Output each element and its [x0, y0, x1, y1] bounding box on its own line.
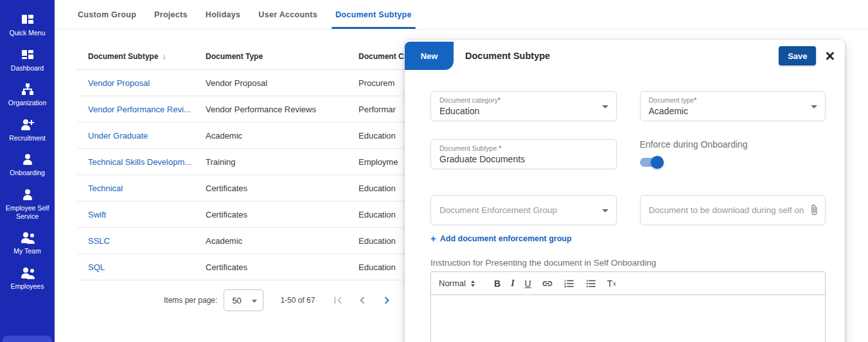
column-header-document-subtype[interactable]: Document Subtype ↓: [88, 51, 206, 61]
tab-custom-group[interactable]: Custom Group: [76, 0, 137, 29]
document-subtype-link[interactable]: Technical: [88, 184, 206, 193]
items-per-page-select[interactable]: 50: [224, 289, 263, 311]
first-page-icon: [331, 293, 345, 307]
field-label: Document category: [439, 96, 498, 104]
recruitment-icon: [21, 118, 34, 131]
sidebar-item-my-team[interactable]: My Team: [0, 231, 55, 255]
required-asterisk: *: [498, 96, 500, 104]
tab-projects[interactable]: Projects: [153, 0, 189, 29]
required-asterisk: *: [499, 144, 501, 152]
underline-button[interactable]: U: [525, 278, 531, 289]
form-header: New Document Subtype Save ×: [405, 40, 845, 72]
document-type-cell: Certificates: [206, 210, 359, 219]
field-placeholder: Document to be download during self on: [649, 205, 804, 215]
field-label: Document type: [649, 96, 695, 104]
editor-toolbar: Normal B I U Tx: [431, 272, 825, 295]
column-header-document-type[interactable]: Document Type: [206, 52, 359, 61]
tab-user-accounts[interactable]: User Accounts: [257, 0, 319, 29]
form-title: Document Subtype: [465, 51, 550, 61]
sidebar-item-label: Dashboard: [2, 64, 53, 73]
sidebar-item-organization[interactable]: Organization: [0, 83, 55, 107]
sidebar-item-recruitment[interactable]: Recruitment: [0, 118, 55, 142]
field-value: Graduate Documents: [439, 154, 597, 164]
field-value: Education: [439, 106, 597, 116]
link-button[interactable]: [542, 278, 553, 289]
sidebar-item-label: Employees: [2, 282, 53, 291]
form-body: Document category* Education Document ty…: [405, 91, 845, 342]
document-type-cell: Training: [206, 157, 359, 167]
editor-content[interactable]: [431, 295, 825, 342]
sidebar: Quick Menu Dashboard Organization Recrui…: [0, 0, 55, 342]
previous-page-icon: [355, 293, 369, 307]
ordered-list-button[interactable]: [563, 278, 575, 289]
field-placeholder: Document Enforcement Group: [439, 205, 557, 215]
column-label: Document Subtype: [88, 52, 158, 61]
document-type-cell: Academic: [206, 131, 359, 141]
italic-button[interactable]: I: [511, 278, 514, 289]
items-per-page-label: Items per page:: [164, 296, 217, 305]
format-value: Normal: [439, 278, 466, 288]
format-select[interactable]: Normal: [439, 278, 484, 288]
sidebar-item-employee-self-service[interactable]: Employee Self Service: [0, 188, 55, 220]
close-icon[interactable]: ×: [825, 48, 835, 64]
organization-icon: [21, 83, 34, 96]
document-subtype-link[interactable]: Swift: [88, 210, 206, 219]
employees-icon: [21, 266, 34, 279]
bullet-list-icon: [585, 278, 597, 289]
bullet-list-button[interactable]: [585, 278, 597, 289]
document-subtype-input[interactable]: Document Subtype * Graduate Documents: [430, 139, 617, 169]
sidebar-item-label: Onboarding: [2, 169, 53, 177]
tab-document-subtype[interactable]: Document Subtype: [334, 0, 413, 29]
add-enforcement-group-link[interactable]: + Add document enforcement group: [430, 233, 826, 244]
add-enforcement-group-label: Add document enforcement group: [440, 234, 572, 243]
sidebar-item-dashboard[interactable]: Dashboard: [0, 48, 55, 73]
sidebar-item-label: My Team: [2, 247, 53, 255]
document-type-select[interactable]: Document type* Academic: [640, 91, 826, 121]
dropdown-caret-icon: [602, 105, 608, 108]
quick-menu-icon: [21, 13, 34, 26]
sidebar-item-label: Organization: [2, 99, 53, 107]
column-label: Document Type: [206, 52, 263, 61]
next-page-icon: [380, 293, 394, 307]
sidebar-item-quick-menu[interactable]: Quick Menu: [0, 13, 55, 37]
page: Quick Menu Dashboard Organization Recrui…: [0, 0, 868, 342]
sidebar-item-employees[interactable]: Employees: [0, 266, 55, 291]
column-label: Document C: [359, 52, 404, 61]
tab-new[interactable]: New: [405, 42, 454, 70]
document-subtype-link[interactable]: SQL: [88, 262, 206, 272]
previous-page-button: [355, 293, 370, 308]
document-enforcement-group-select[interactable]: Document Enforcement Group: [430, 195, 617, 225]
link-icon: [542, 278, 553, 289]
clean-x: x: [613, 280, 616, 287]
sidebar-item-onboarding[interactable]: Onboarding: [0, 153, 55, 177]
enforce-onboarding-label: Enforce during Onboarding: [640, 139, 826, 150]
next-page-button[interactable]: [379, 293, 394, 308]
sidebar-item-label: Quick Menu: [2, 29, 53, 37]
clear-formatting-button[interactable]: Tx: [607, 278, 616, 289]
required-asterisk: *: [694, 96, 696, 104]
plus-icon: +: [430, 233, 436, 244]
top-tab-bar: Custom Group Projects Holidays User Acco…: [55, 0, 868, 30]
document-subtype-link[interactable]: SSLC: [88, 236, 206, 246]
enforce-onboarding-toggle[interactable]: [640, 158, 663, 167]
dashboard-icon: [21, 48, 34, 61]
pagination-range: 1-50 of 67: [280, 296, 315, 305]
document-subtype-link[interactable]: Vendor Proposal: [88, 78, 206, 88]
document-subtype-link[interactable]: Vendor Performance Revi...: [88, 105, 206, 114]
document-category-select[interactable]: Document category* Education: [430, 91, 617, 121]
employee-self-service-icon: [21, 188, 34, 201]
save-button[interactable]: Save: [779, 46, 816, 65]
dropdown-caret-icon: [602, 209, 608, 212]
document-download-field[interactable]: Document to be download during self on: [640, 195, 826, 225]
document-type-cell: Vendor Proposal: [206, 78, 359, 88]
document-subtype-link[interactable]: Under Graduate: [88, 131, 206, 141]
ordered-list-icon: [563, 278, 575, 289]
tab-holidays[interactable]: Holidays: [204, 0, 242, 29]
bold-button[interactable]: B: [494, 278, 500, 289]
sidebar-item-partial[interactable]: [3, 336, 52, 342]
sidebar-item-label: Employee Self Service: [2, 204, 53, 220]
document-type-cell: Certificates: [206, 184, 359, 193]
document-type-cell: Academic: [206, 236, 359, 246]
toggle-knob: [651, 156, 664, 169]
document-subtype-link[interactable]: Technical Skills Developm...: [88, 157, 206, 167]
